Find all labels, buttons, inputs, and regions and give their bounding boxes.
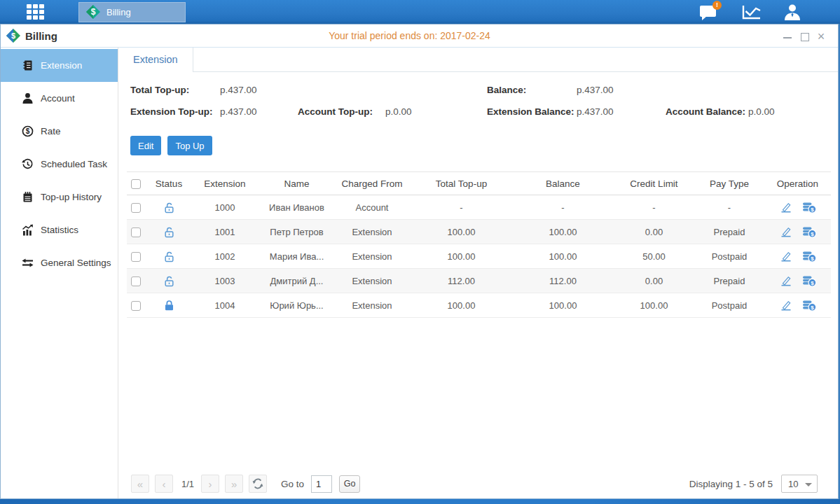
cell-credit-limit: 0.00 — [614, 269, 694, 293]
row-checkbox[interactable] — [131, 276, 141, 286]
row-checkbox[interactable] — [131, 301, 141, 311]
unlocked-icon — [163, 202, 175, 214]
topup-row-icon[interactable]: $ — [802, 201, 816, 214]
edit-row-icon[interactable] — [780, 201, 792, 214]
row-checkbox[interactable] — [131, 252, 141, 262]
table-header-row: Status Extension Name Charged From Total… — [127, 172, 831, 195]
col-balance: Balance — [512, 172, 614, 195]
exchange-arrows-icon — [22, 257, 34, 269]
app-grid-icon[interactable] — [27, 4, 48, 20]
last-page-button[interactable]: » — [225, 475, 243, 493]
col-extension: Extension — [190, 172, 260, 195]
sidebar-item-extension[interactable]: Extension — [1, 49, 118, 82]
content-panel: Extension Total Top-up: p.437.00 Extensi… — [118, 48, 838, 498]
edit-row-icon[interactable] — [780, 225, 792, 238]
tab-bar: Extension — [118, 48, 838, 72]
window-titlebar: $ Billing Your trial period ends on: 201… — [1, 24, 838, 48]
pagination-bar: « ‹ 1/1 › » Go to Go Displaying 1 - 5 of… — [118, 475, 838, 493]
cell-balance: 100.00 — [512, 220, 614, 244]
tab-extension[interactable]: Extension — [118, 48, 193, 72]
notepad-icon — [22, 191, 34, 203]
topup-row-icon[interactable]: $ — [802, 299, 816, 312]
edit-button[interactable]: Edit — [130, 136, 161, 155]
unlocked-icon — [163, 226, 175, 238]
row-checkbox[interactable] — [131, 227, 141, 237]
topup-row-icon[interactable]: $ — [802, 225, 816, 238]
select-all-checkbox[interactable] — [131, 179, 141, 189]
summary-section: Total Top-up: p.437.00 Extension Top-up:… — [118, 72, 838, 122]
cell-charged-from: Extension — [333, 269, 411, 293]
cell-pay-type: - — [694, 195, 764, 220]
extension-balance-label: Extension Balance: — [487, 106, 577, 117]
cell-balance: - — [512, 195, 614, 220]
top-up-button[interactable]: Top Up — [167, 136, 212, 155]
cell-extension: 1000 — [190, 195, 260, 220]
balance-label: Balance: — [487, 85, 577, 95]
cell-charged-from: Extension — [333, 244, 411, 269]
dollar-circle-icon: $ — [22, 125, 34, 137]
edit-row-icon[interactable] — [780, 274, 792, 287]
dropdown-arrow-icon — [805, 483, 812, 486]
first-page-button[interactable]: « — [131, 475, 149, 493]
sidebar-item-label: Top-up History — [41, 192, 102, 202]
trial-notice: Your trial period ends on: 2017-02-24 — [1, 30, 818, 41]
user-icon[interactable] — [783, 3, 801, 21]
sidebar-item-scheduled-task[interactable]: Scheduled Task — [1, 148, 118, 181]
cell-total-topup: 112.00 — [411, 269, 512, 293]
sidebar-item-account[interactable]: Account — [1, 82, 118, 115]
cell-extension: 1004 — [190, 293, 260, 318]
minimize-button[interactable] — [783, 31, 792, 41]
monitor-chart-icon[interactable] — [741, 3, 759, 21]
prev-page-button[interactable]: ‹ — [155, 475, 173, 493]
page-size-select[interactable]: 10 — [781, 475, 818, 493]
sidebar-item-label: Account — [41, 93, 75, 104]
table-row-1002: 1002Мария Ива...Extension100.00100.0050.… — [127, 244, 831, 269]
total-topup-label: Total Top-up: — [130, 85, 220, 95]
sidebar-item-topup-history[interactable]: Top-up History — [1, 181, 118, 214]
close-button[interactable]: × — [816, 31, 826, 41]
sidebar-item-statistics[interactable]: Statistics — [1, 214, 118, 246]
extension-topup-label: Extension Top-up: — [130, 106, 220, 117]
displaying-text: Displaying 1 - 5 of 5 — [689, 479, 773, 489]
maximize-button[interactable] — [799, 31, 809, 41]
col-pay-type: Pay Type — [694, 172, 764, 195]
refresh-button[interactable] — [249, 475, 267, 493]
sidebar-item-rate[interactable]: $Rate — [1, 115, 118, 148]
goto-page-input[interactable] — [311, 475, 332, 493]
topup-row-icon[interactable]: $ — [802, 274, 816, 287]
next-page-button[interactable]: › — [201, 475, 219, 493]
history-clock-icon — [22, 158, 34, 170]
cell-credit-limit: 50.00 — [614, 244, 694, 269]
cell-pay-type: Prepaid — [694, 269, 764, 293]
table-row-1000: 1000Иван ИвановAccount----$ — [127, 195, 831, 220]
svg-text:$: $ — [811, 255, 814, 262]
cell-credit-limit: - — [614, 195, 694, 220]
cell-name: Дмитрий Д... — [260, 269, 333, 293]
account-balance-value: p.0.00 — [748, 106, 775, 117]
top-bar: $ Billing ! — [0, 0, 840, 24]
svg-text:$: $ — [91, 7, 96, 17]
topup-row-icon[interactable]: $ — [802, 250, 816, 262]
table-row-1001: 1001Петр ПетровExtension100.00100.000.00… — [127, 220, 831, 244]
edit-row-icon[interactable] — [780, 299, 792, 312]
bar-chart-icon — [22, 224, 34, 236]
extension-table-wrap: Status Extension Name Charged From Total… — [127, 172, 838, 318]
billing-window: $ Billing Your trial period ends on: 201… — [0, 24, 839, 499]
extension-balance-value: p.437.00 — [577, 106, 666, 117]
taskbar-billing-tab[interactable]: $ Billing — [78, 2, 186, 22]
page-indicator: 1/1 — [179, 479, 197, 489]
page-size-value: 10 — [788, 479, 798, 489]
chat-icon[interactable]: ! — [699, 3, 717, 21]
col-total-topup: Total Top-up — [411, 172, 512, 195]
account-balance-label: Account Balance: — [666, 106, 748, 117]
goto-label: Go to — [281, 479, 304, 489]
go-button[interactable]: Go — [339, 475, 360, 493]
row-checkbox[interactable] — [131, 203, 141, 213]
sidebar-item-general-settings[interactable]: General Settings — [1, 246, 118, 279]
sidebar-item-label: General Settings — [41, 258, 111, 268]
taskbar-tab-label: Billing — [106, 7, 131, 18]
sidebar: ExtensionAccount$RateScheduled TaskTop-u… — [1, 48, 118, 498]
cell-balance: 100.00 — [512, 244, 614, 269]
table-row-1003: 1003Дмитрий Д...Extension112.00112.000.0… — [127, 269, 831, 293]
edit-row-icon[interactable] — [780, 250, 792, 262]
